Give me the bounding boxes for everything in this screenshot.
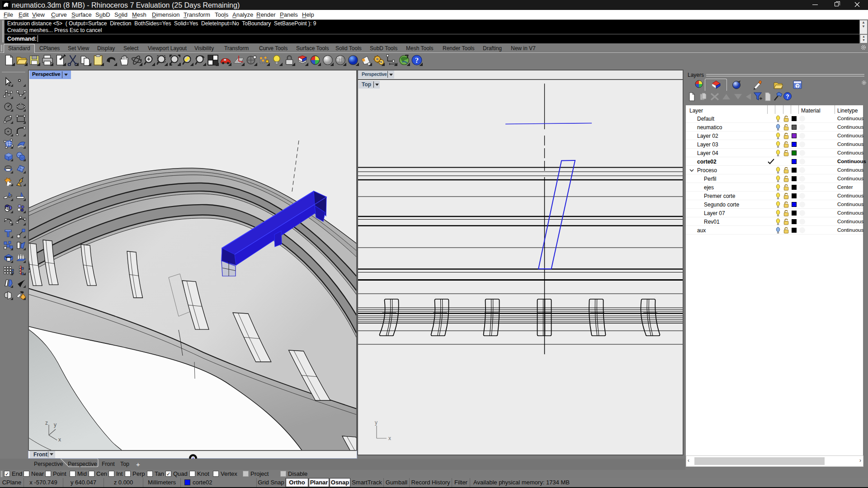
svg-text:y: y bbox=[375, 419, 377, 426]
svg-text:y: y bbox=[54, 422, 57, 428]
svg-text:z: z bbox=[45, 420, 48, 426]
svg-text:?: ? bbox=[796, 84, 799, 89]
svg-text:x: x bbox=[58, 436, 61, 443]
svg-text:x: x bbox=[388, 435, 391, 441]
svg-text:?: ? bbox=[415, 56, 419, 65]
svg-text:?: ? bbox=[786, 94, 789, 100]
